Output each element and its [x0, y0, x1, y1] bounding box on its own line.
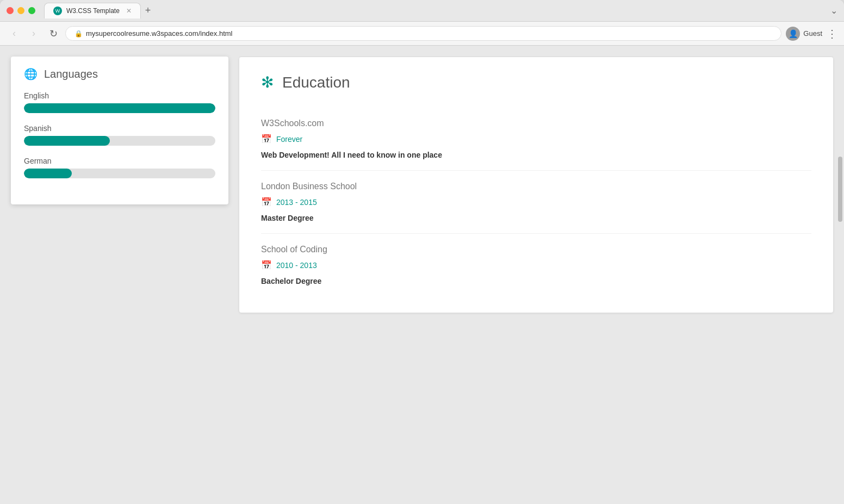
languages-card: 🌐 Languages English Spanish Germ: [11, 57, 228, 204]
date-row-london: 📅 2013 - 2015: [261, 197, 811, 207]
school-name-coding: School of Coding: [261, 245, 811, 254]
progress-bar-fill-english: [24, 103, 215, 113]
date-coding: 2010 - 2013: [276, 261, 317, 270]
language-item-spanish: Spanish: [24, 124, 215, 146]
language-item-english: English: [24, 91, 215, 113]
traffic-lights: [7, 7, 35, 14]
minimize-button[interactable]: [17, 7, 24, 14]
calendar-icon-3: 📅: [261, 260, 272, 270]
date-row-forever: 📅 Forever: [261, 134, 811, 144]
user-avatar: 👤: [786, 27, 800, 41]
date-london: 2013 - 2015: [276, 198, 317, 207]
tab-title: W3.CSS Template: [66, 7, 120, 15]
language-name-spanish: Spanish: [24, 124, 215, 133]
user-button[interactable]: 👤 Guest: [786, 27, 822, 41]
url-input[interactable]: 🔒 mysupercoolresume.w3spaces.com/index.h…: [65, 26, 781, 41]
scrollbar[interactable]: [836, 46, 844, 504]
language-name-german: German: [24, 157, 215, 165]
forward-button[interactable]: ›: [26, 26, 41, 41]
calendar-icon-1: 📅: [261, 134, 272, 144]
date-row-coding: 📅 2010 - 2013: [261, 260, 811, 270]
menu-button[interactable]: ⋮: [827, 27, 837, 40]
edu-entry-coding: School of Coding 📅 2010 - 2013 Bachelor …: [261, 234, 811, 296]
lock-icon: 🔒: [75, 30, 83, 38]
globe-icon: 🌐: [24, 67, 38, 80]
maximize-button[interactable]: [28, 7, 35, 14]
active-tab[interactable]: W W3.CSS Template ✕: [44, 3, 141, 18]
back-button[interactable]: ‹: [7, 26, 22, 41]
progress-bar-fill-spanish: [24, 136, 110, 146]
languages-header: 🌐 Languages: [24, 67, 215, 80]
window-chevron: ⌄: [830, 5, 837, 16]
edu-entry-w3schools: W3Schools.com 📅 Forever Web Development!…: [261, 108, 811, 171]
main-content: ✻ Education W3Schools.com 📅 Forever Web …: [239, 57, 833, 493]
education-header: ✻ Education: [261, 73, 811, 91]
language-item-german: German: [24, 157, 215, 178]
tab-close-button[interactable]: ✕: [126, 7, 132, 15]
browser-window: W W3.CSS Template ✕ + ⌄ ‹ › ↻ 🔒 mysuperc…: [0, 0, 844, 504]
tab-favicon: W: [53, 7, 62, 15]
progress-bar-fill-german: [24, 169, 72, 178]
degree-london: Master Degree: [261, 214, 811, 222]
education-card: ✻ Education W3Schools.com 📅 Forever Web …: [239, 57, 833, 313]
languages-title: Languages: [44, 68, 98, 80]
title-bar: W W3.CSS Template ✕ + ⌄: [0, 0, 844, 22]
date-forever: Forever: [276, 135, 302, 144]
user-label: Guest: [803, 29, 822, 38]
new-tab-button[interactable]: +: [141, 5, 156, 16]
progress-bar-bg-german: [24, 169, 215, 178]
education-icon: ✻: [261, 73, 274, 91]
close-button[interactable]: [7, 7, 14, 14]
sidebar: 🌐 Languages English Spanish Germ: [11, 57, 228, 493]
scrollbar-thumb[interactable]: [838, 157, 842, 222]
reload-button[interactable]: ↻: [46, 26, 61, 41]
edu-entry-london: London Business School 📅 2013 - 2015 Mas…: [261, 171, 811, 234]
school-name-w3schools: W3Schools.com: [261, 119, 811, 128]
address-bar: ‹ › ↻ 🔒 mysupercoolresume.w3spaces.com/i…: [0, 22, 844, 46]
school-name-london: London Business School: [261, 182, 811, 191]
url-text: mysupercoolresume.w3spaces.com/index.htm…: [86, 29, 233, 38]
education-title: Education: [282, 74, 350, 91]
degree-coding: Bachelor Degree: [261, 277, 811, 285]
tab-bar: W W3.CSS Template ✕ +: [44, 3, 830, 18]
progress-bar-bg-spanish: [24, 136, 215, 146]
language-name-english: English: [24, 91, 215, 100]
page-content: 🌐 Languages English Spanish Germ: [0, 46, 844, 504]
degree-w3schools: Web Development! All I need to know in o…: [261, 151, 811, 159]
progress-bar-bg-english: [24, 103, 215, 113]
calendar-icon-2: 📅: [261, 197, 272, 207]
